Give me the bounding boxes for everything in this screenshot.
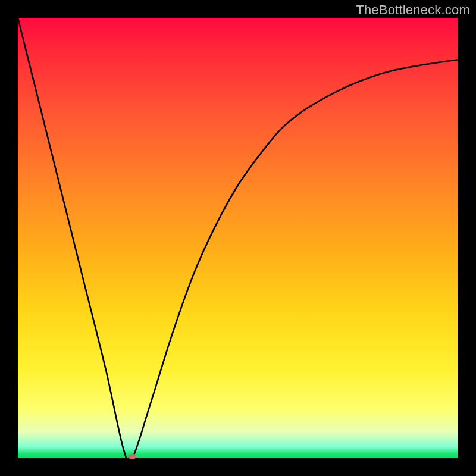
optimum-marker: [128, 454, 136, 459]
outer-frame: TheBottleneck.com: [0, 0, 476, 476]
bottleneck-curve: [18, 18, 458, 458]
plot-area: [18, 18, 458, 458]
watermark-text: TheBottleneck.com: [356, 2, 470, 18]
curve-svg: [18, 18, 458, 458]
